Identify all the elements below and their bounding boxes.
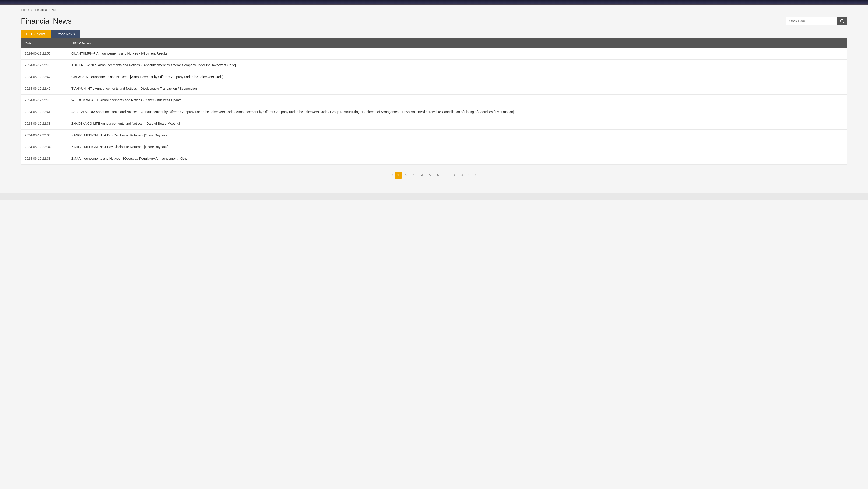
pagination-page-6[interactable]: 6 <box>435 172 442 179</box>
news-content-cell: QUANTUMPH-P Announcements and Notices - … <box>68 48 847 60</box>
pagination-page-8[interactable]: 8 <box>451 172 458 179</box>
news-content-cell: A8 NEW MEDIA Announcements and Notices -… <box>68 106 847 118</box>
table-row: 2024-06-12 22:35KANGJI MEDICAL Next Day … <box>21 130 847 141</box>
table-row: 2024-06-12 22:34KANGJI MEDICAL Next Day … <box>21 141 847 153</box>
svg-point-0 <box>840 19 843 22</box>
news-content-cell: TONTINE WINES Announcements and Notices … <box>68 60 847 71</box>
tabs-container: HKEX News Exotic News <box>0 30 868 38</box>
pagination-page-1[interactable]: 1 <box>395 172 402 179</box>
search-input[interactable] <box>786 17 837 25</box>
pagination-next[interactable]: › <box>474 173 477 177</box>
news-date-cell: 2024-06-12 22:41 <box>21 106 68 118</box>
news-date-cell: 2024-06-12 22:38 <box>21 118 68 130</box>
news-table: Date HKEX News 2024-06-12 22:58QUANTUMPH… <box>21 38 847 165</box>
table-row: 2024-06-12 22:48TONTINE WINES Announceme… <box>21 60 847 71</box>
breadcrumb-home[interactable]: Home <box>21 8 29 11</box>
news-content-cell: KANGJI MEDICAL Next Day Disclosure Retur… <box>68 141 847 153</box>
table-row: 2024-06-12 22:46TIANYUN INT'L Announceme… <box>21 83 847 94</box>
search-button[interactable] <box>837 17 847 25</box>
news-date-cell: 2024-06-12 22:45 <box>21 94 68 106</box>
news-content-cell: ZMJ Announcements and Notices - [Oversea… <box>68 153 847 165</box>
pagination-prev[interactable]: ‹ <box>391 173 394 177</box>
pagination-page-7[interactable]: 7 <box>442 172 450 179</box>
news-content-cell: TIANYUN INT'L Announcements and Notices … <box>68 83 847 94</box>
pagination-page-9[interactable]: 9 <box>458 172 465 179</box>
tab-exotic-news[interactable]: Exotic News <box>51 30 80 38</box>
news-date-cell: 2024-06-12 22:34 <box>21 141 68 153</box>
table-row: 2024-06-12 22:45WISDOM WEALTH Announceme… <box>21 94 847 106</box>
news-link[interactable]: GAPACK Announcements and Notices - [Anno… <box>71 75 223 79</box>
table-row: 2024-06-12 22:38ZHAOBANGJI LIFE Announce… <box>21 118 847 130</box>
news-date-cell: 2024-06-12 22:35 <box>21 130 68 141</box>
svg-line-1 <box>843 22 844 23</box>
news-date-cell: 2024-06-12 22:48 <box>21 60 68 71</box>
content-area: Date HKEX News 2024-06-12 22:58QUANTUMPH… <box>0 38 868 193</box>
news-content-cell[interactable]: GAPACK Announcements and Notices - [Anno… <box>68 71 847 83</box>
pagination-page-3[interactable]: 3 <box>411 172 418 179</box>
col-header-news: HKEX News <box>68 38 847 48</box>
news-date-cell: 2024-06-12 22:46 <box>21 83 68 94</box>
news-date-cell: 2024-06-12 22:58 <box>21 48 68 60</box>
pagination-page-4[interactable]: 4 <box>419 172 426 179</box>
table-row: 2024-06-12 22:47GAPACK Announcements and… <box>21 71 847 83</box>
pagination-page-2[interactable]: 2 <box>403 172 410 179</box>
pagination: ‹ 12345678910 › <box>21 165 847 183</box>
news-date-cell: 2024-06-12 22:47 <box>21 71 68 83</box>
table-row: 2024-06-12 22:58QUANTUMPH-P Announcement… <box>21 48 847 60</box>
news-content-cell: WISDOM WEALTH Announcements and Notices … <box>68 94 847 106</box>
breadcrumb: Home > Financial News <box>0 5 868 14</box>
news-content-cell: ZHAOBANGJI LIFE Announcements and Notice… <box>68 118 847 130</box>
news-content-cell: KANGJI MEDICAL Next Day Disclosure Retur… <box>68 130 847 141</box>
news-date-cell: 2024-06-12 22:33 <box>21 153 68 165</box>
table-row: 2024-06-12 22:41A8 NEW MEDIA Announcemen… <box>21 106 847 118</box>
breadcrumb-current: Financial News <box>35 8 56 11</box>
pagination-page-10[interactable]: 10 <box>466 172 473 179</box>
table-row: 2024-06-12 22:33ZMJ Announcements and No… <box>21 153 847 165</box>
search-icon <box>840 19 844 23</box>
tab-hkex-news[interactable]: HKEX News <box>21 30 51 38</box>
breadcrumb-separator: > <box>31 8 33 11</box>
search-area <box>786 17 847 25</box>
top-banner <box>0 0 868 5</box>
header-bar: Financial News <box>0 14 868 30</box>
page-title: Financial News <box>21 17 72 25</box>
bottom-bar <box>0 193 868 200</box>
col-header-date: Date <box>21 38 68 48</box>
pagination-page-5[interactable]: 5 <box>427 172 434 179</box>
tabs: HKEX News Exotic News <box>21 30 847 38</box>
